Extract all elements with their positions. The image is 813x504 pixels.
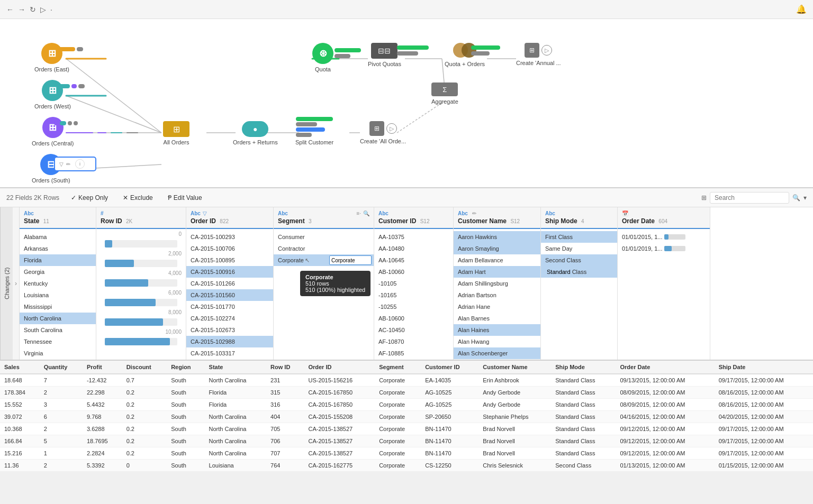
- list-item[interactable]: CA-2015-101266: [186, 278, 273, 289]
- list-item[interactable]: AB-10060: [374, 266, 453, 278]
- table-row[interactable]: 39.07269.7680.2SouthNorth Carolina404CA-…: [0, 411, 813, 423]
- list-item[interactable]: Alan Haines: [454, 324, 540, 336]
- list-item[interactable]: Adam Hart: [454, 266, 540, 278]
- edit-value-button[interactable]: Ᵽ Edit Value: [165, 193, 205, 203]
- table-row[interactable]: 15.55235.44320.2SouthFlorida316CA-2015-1…: [0, 399, 813, 411]
- list-item[interactable]: Virginia: [20, 347, 96, 359]
- chevron-down-icon[interactable]: ▾: [803, 194, 807, 201]
- list-item[interactable]: Alan Barnes: [454, 313, 540, 324]
- table-row[interactable]: 11.3625.33920SouthLouisiana764CA-2015-16…: [0, 460, 813, 472]
- list-item[interactable]: CA-2015-101770: [186, 301, 273, 313]
- list-item[interactable]: AC-10450: [374, 324, 453, 336]
- expand-panel-button[interactable]: ›: [13, 207, 20, 360]
- list-item[interactable]: Same Day: [541, 243, 617, 254]
- list-item[interactable]: Contractor: [274, 243, 374, 254]
- dot-button[interactable]: ·: [50, 5, 52, 14]
- list-item[interactable]: Mississippi: [20, 301, 96, 313]
- back-button[interactable]: ←: [6, 5, 14, 14]
- list-item[interactable]: CA-2015-100293: [186, 231, 273, 243]
- play-button[interactable]: ▷: [40, 5, 46, 14]
- col-header-row-id[interactable]: Row ID: [266, 361, 304, 374]
- list-item[interactable]: CA-2015-102988: [186, 336, 273, 347]
- notification-bell-icon[interactable]: 🔔: [796, 4, 807, 14]
- segment-search-icon[interactable]: 🔍: [363, 210, 369, 216]
- list-item[interactable]: -10165: [374, 289, 453, 301]
- list-item[interactable]: Aaron Smayling: [454, 243, 540, 254]
- col-header-order-date[interactable]: Order Date: [616, 361, 715, 374]
- filter-icon[interactable]: ▽: [203, 210, 207, 216]
- node-orders-returns[interactable]: ● Orders + Returns: [233, 121, 278, 145]
- col-header-quantity[interactable]: Quantity: [40, 361, 83, 374]
- list-item[interactable]: Adam Bellavance: [454, 254, 540, 266]
- list-item[interactable]: AA-10645: [374, 254, 453, 266]
- node-aggregate[interactable]: Σ Aggregate: [431, 83, 458, 105]
- list-item[interactable]: Georgia: [20, 266, 96, 278]
- node-split-customer[interactable]: Split Customer: [295, 117, 333, 145]
- node-pivot-quotas[interactable]: ⊟⊟ Pivot Quotas: [368, 43, 401, 67]
- list-item[interactable]: -10255: [374, 301, 453, 313]
- list-item[interactable]: Standard Class: [541, 266, 617, 278]
- list-item[interactable]: AA-10375: [374, 231, 453, 243]
- list-item[interactable]: AB-10600: [374, 313, 453, 324]
- list-item[interactable]: North Carolina: [20, 313, 96, 324]
- list-item[interactable]: Adrian Bartson: [454, 289, 540, 301]
- list-item[interactable]: CA-2015-103317: [186, 347, 273, 359]
- col-header-discount[interactable]: Discount: [122, 361, 167, 374]
- list-item[interactable]: CA-2015-102274: [186, 313, 273, 324]
- list-item[interactable]: CA-2015-101560: [186, 289, 273, 301]
- table-row[interactable]: 178.384222.2980.2SouthFlorida315CA-2015-…: [0, 387, 813, 399]
- list-item[interactable]: Alabama: [20, 231, 96, 243]
- table-row[interactable]: 18.6487-12.4320.7SouthNorth Carolina231U…: [0, 374, 813, 387]
- list-item[interactable]: -10105: [374, 278, 453, 289]
- forward-button[interactable]: →: [18, 5, 25, 14]
- table-row[interactable]: 15.21612.28240.2SouthNorth Carolina707CA…: [0, 447, 813, 460]
- col-header-sales[interactable]: Sales: [0, 361, 40, 374]
- col-header-order-id[interactable]: Order ID: [304, 361, 375, 374]
- col-header-state[interactable]: State: [205, 361, 266, 374]
- list-item[interactable]: AF-10870: [374, 336, 453, 347]
- list-item[interactable]: CA-2015-100706: [186, 243, 273, 254]
- list-item[interactable]: AF-10885: [374, 347, 453, 359]
- list-item[interactable]: Kentucky: [20, 278, 96, 289]
- node-create-all[interactable]: ⊞ ▷ Create 'All Orde...: [360, 121, 406, 144]
- changes-tab[interactable]: Changes (2): [0, 207, 13, 360]
- col-header-ship-mode[interactable]: Ship Mode: [551, 361, 616, 374]
- node-quota-orders[interactable]: Quota + Orders: [445, 43, 485, 67]
- node-orders-south[interactable]: ⊟ Orders (South) ▽ ✏ i: [32, 154, 70, 184]
- list-item[interactable]: Tennessee: [20, 336, 96, 347]
- list-item[interactable]: Alan Schoenberger: [454, 347, 540, 359]
- list-item[interactable]: 01/01/2019, 1...: [618, 243, 710, 254]
- node-orders-central[interactable]: ⊞ Orders (Central): [32, 117, 74, 146]
- table-row[interactable]: 166.84518.76950.2SouthNorth Carolina706C…: [0, 435, 813, 447]
- list-item[interactable]: First Class: [541, 231, 617, 243]
- edit-icon2[interactable]: ✏: [472, 210, 476, 216]
- list-item[interactable]: Louisiana: [20, 289, 96, 301]
- col-header-customer-name[interactable]: Customer Name: [478, 361, 551, 374]
- col-header-ship-date[interactable]: Ship Date: [715, 361, 813, 374]
- search-magnifier-icon[interactable]: 🔍: [792, 194, 800, 201]
- table-row[interactable]: 10.36823.62880.2SouthNorth Carolina705CA…: [0, 423, 813, 435]
- refresh-button[interactable]: ↻: [30, 5, 36, 14]
- list-item[interactable]: AG-10330: [374, 359, 453, 360]
- node-orders-east[interactable]: ⊞ Orders (East): [34, 43, 69, 72]
- list-item[interactable]: Consumer: [274, 231, 374, 243]
- list-item[interactable]: Corporate ↖: [274, 254, 374, 266]
- segment-sort-icon[interactable]: ≡·: [356, 210, 361, 216]
- list-item[interactable]: Aaron Hawkins: [454, 231, 540, 243]
- list-item[interactable]: Second Class: [541, 254, 617, 266]
- col-header-profit[interactable]: Profit: [83, 361, 122, 374]
- list-item[interactable]: AA-10480: [374, 243, 453, 254]
- list-item[interactable]: Arkansas: [20, 243, 96, 254]
- list-item[interactable]: Alan Shonely: [454, 359, 540, 360]
- list-item[interactable]: CA-2015-102673: [186, 324, 273, 336]
- node-orders-west[interactable]: ⊞ Orders (West): [34, 80, 71, 109]
- list-item[interactable]: South Carolina: [20, 324, 96, 336]
- list-item[interactable]: CA-2015-103366: [186, 359, 273, 360]
- segment-filter-input[interactable]: [329, 255, 372, 265]
- list-item[interactable]: Florida: [20, 254, 96, 266]
- list-item[interactable]: CA-2015-100916: [186, 266, 273, 278]
- list-item[interactable]: 01/01/2015, 1...: [618, 231, 710, 243]
- list-item[interactable]: Adam Shillingsburg: [454, 278, 540, 289]
- list-item[interactable]: Alan Hwang: [454, 336, 540, 347]
- col-header-region[interactable]: Region: [167, 361, 204, 374]
